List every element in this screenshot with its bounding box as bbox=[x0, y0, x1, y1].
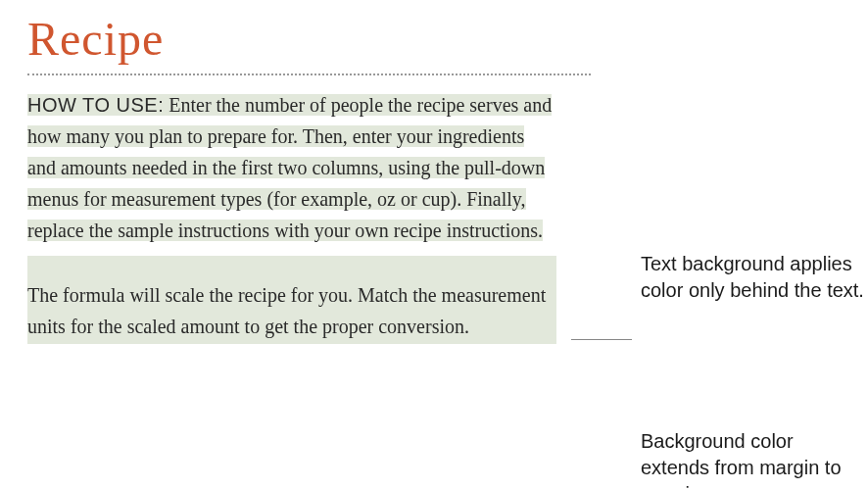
page-title: Recipe bbox=[27, 12, 868, 66]
paragraph-gap-fill bbox=[27, 256, 556, 277]
paragraph1-text: Enter the number of people the recipe se… bbox=[27, 94, 552, 241]
annotation-block-background: Background color extends from margin to … bbox=[641, 428, 866, 490]
title-divider bbox=[27, 74, 591, 75]
how-to-use-label: HOW TO USE: bbox=[27, 94, 164, 116]
callout-line-1 bbox=[571, 339, 632, 340]
paragraph-block-background: The formula will scale the recipe for yo… bbox=[27, 277, 556, 344]
paragraph-text-background: HOW TO USE: Enter the number of people t… bbox=[27, 89, 556, 246]
content-area: HOW TO USE: Enter the number of people t… bbox=[27, 89, 868, 344]
annotation-text-background: Text background applies color only behin… bbox=[641, 251, 866, 304]
paragraph2-text: The formula will scale the recipe for yo… bbox=[27, 284, 546, 337]
